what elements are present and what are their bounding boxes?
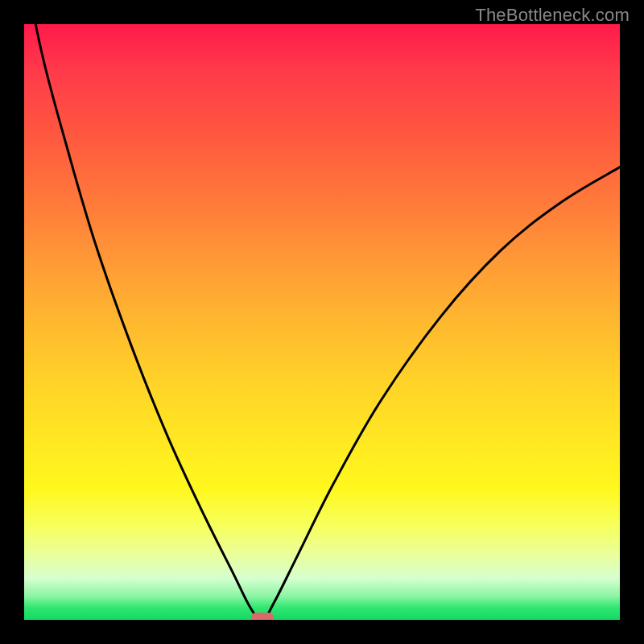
chart-frame: TheBottleneck.com — [0, 0, 644, 644]
watermark-text: TheBottleneck.com — [475, 5, 630, 26]
minimum-marker — [251, 613, 274, 620]
plot-area — [24, 24, 620, 620]
bottleneck-curve — [24, 24, 620, 620]
